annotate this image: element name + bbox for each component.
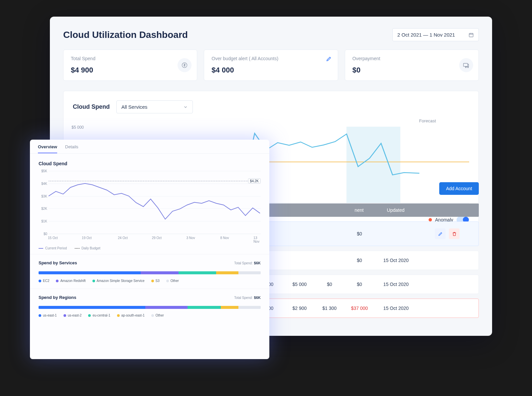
card-value: $4 900	[71, 66, 190, 74]
svg-rect-2	[464, 64, 468, 66]
total-spend-card: Total Spend $4 900	[63, 50, 197, 81]
card-title: Total Spend	[71, 56, 190, 61]
y-tick: $4K	[39, 182, 47, 185]
cell-updated: 15 Oct 2020	[376, 251, 416, 270]
calendar-icon	[468, 32, 474, 38]
cloud-alert-icon	[459, 58, 473, 72]
legend-item: EC2	[43, 279, 49, 283]
cloud-spend-title: Cloud Spend	[39, 161, 261, 166]
forecast-label: Forecast	[419, 118, 436, 123]
legend-item: us-east-1	[43, 314, 57, 317]
svg-rect-0	[469, 33, 473, 37]
services-select-value: All Services	[121, 104, 147, 110]
dashboard-header: Cloud Utilization Dashboard 2 Oct 2021 —…	[63, 28, 479, 41]
regions-title: Spend by Regions	[39, 295, 76, 300]
date-range-text: 2 Oct 2021 — 1 Nov 2021	[397, 32, 455, 38]
legend-budget: Daily Budget	[81, 246, 100, 250]
legend-item: us-east-2	[68, 314, 82, 317]
x-tick: 15 Oct	[48, 236, 58, 240]
services-legend: EC2 Amazon Redshift Amazon Simple Storag…	[39, 279, 261, 283]
services-title: Spend by Services	[39, 260, 77, 265]
card-title: Overpayment	[352, 56, 471, 61]
legend-item: Other	[156, 314, 164, 317]
legend-item: Amazon Simple Storage Service	[97, 279, 145, 283]
y-tick: $0	[39, 232, 47, 236]
total-label: Total Spend:	[234, 296, 253, 300]
services-select[interactable]: All Services	[116, 100, 193, 113]
cell-amount: $0	[343, 275, 376, 294]
summary-cards: Total Spend $4 900 Over budget alert ( A…	[63, 50, 479, 81]
date-range-picker[interactable]: 2 Oct 2021 — 1 Nov 2021	[392, 28, 479, 41]
regions-bar	[39, 306, 261, 309]
delete-row-button[interactable]	[449, 228, 460, 239]
cell-amount: $0	[343, 224, 376, 243]
cell-updated: 15 Oct 2020	[376, 299, 416, 318]
card-value: $0	[352, 66, 471, 74]
col-header-updated: Updated	[376, 203, 416, 217]
cell: $2 900	[283, 299, 316, 318]
dollar-icon	[178, 58, 192, 72]
add-account-button[interactable]: Add Account	[439, 182, 479, 195]
cell: $5 000	[283, 275, 316, 294]
chevron-down-icon	[183, 105, 188, 109]
total-label: Total Spend:	[234, 261, 253, 265]
tab-details[interactable]: Details	[65, 144, 78, 153]
edit-icon[interactable]	[326, 56, 332, 63]
legend-item: eu-central-1	[92, 314, 110, 317]
x-tick: 3 Nov	[186, 236, 195, 240]
card-value: $4 000	[211, 66, 330, 74]
legend-item: S3	[156, 279, 160, 283]
total-value: $6K	[254, 296, 261, 300]
total-value: $6K	[254, 261, 261, 265]
overpayment-card: Overpayment $0	[345, 50, 479, 81]
budget-alert-card: Over budget alert ( All Accounts) $4 000	[204, 50, 338, 81]
svg-point-3	[466, 67, 466, 68]
cell-amount: $0	[343, 251, 376, 270]
page-title: Cloud Utilization Dashboard	[63, 30, 188, 40]
x-tick: 13 Nov	[253, 236, 259, 243]
legend-item: ap-south-east-1	[121, 314, 145, 317]
overview-panel: Overview Details Cloud Spend $5K $4K $3K…	[30, 140, 269, 359]
spend-panel-header: Cloud Spend All Services	[73, 100, 469, 113]
cell-amount: $37 000	[343, 299, 376, 318]
legend-item: Other	[171, 279, 179, 283]
y-tick: $3K	[39, 194, 47, 198]
cell: $0	[316, 275, 343, 294]
legend-item: Amazon Redshift	[60, 279, 85, 283]
cell-updated: 15 Oct 2020	[376, 275, 416, 294]
cell: $1 300	[316, 299, 343, 318]
mini-x-axis: 15 Oct 19 Oct 24 Oct 29 Oct 3 Nov 8 Nov …	[49, 234, 261, 242]
mini-line	[49, 171, 261, 234]
legend-current: Current Period	[45, 246, 67, 250]
edit-row-button[interactable]	[435, 228, 446, 239]
spend-title: Cloud Spend	[73, 103, 110, 110]
x-tick: 29 Oct	[152, 236, 162, 240]
mini-spend-chart: $5K $4K $3K $2K $1K $0 $4.2K	[49, 171, 261, 234]
y-tick: $5K	[39, 169, 47, 173]
y-tick: $2K	[39, 207, 47, 210]
y-tick: $1K	[39, 219, 47, 223]
cloud-spend-section: Cloud Spend $5K $4K $3K $2K $1K $0 $4.2K…	[30, 154, 269, 254]
regions-legend: us-east-1 us-east-2 eu-central-1 ap-sout…	[39, 314, 261, 317]
col-header: nent	[342, 203, 376, 217]
mini-legend: Current Period Daily Budget	[39, 246, 261, 250]
svg-point-4	[467, 67, 468, 68]
tab-overview[interactable]: Overview	[38, 144, 57, 153]
spend-by-regions-section: Spend by Regions Total Spend:$6K us-east…	[30, 289, 269, 323]
x-tick: 8 Nov	[220, 236, 229, 240]
spend-by-services-section: Spend by Services Total Spend:$6K EC2 Am…	[30, 254, 269, 289]
card-title: Over budget alert ( All Accounts)	[211, 56, 330, 61]
tabs: Overview Details	[30, 140, 269, 154]
x-tick: 19 Oct	[82, 236, 91, 240]
services-bar	[39, 271, 261, 274]
y-tick: $5 000	[68, 125, 84, 130]
x-tick: 24 Oct	[118, 236, 128, 240]
